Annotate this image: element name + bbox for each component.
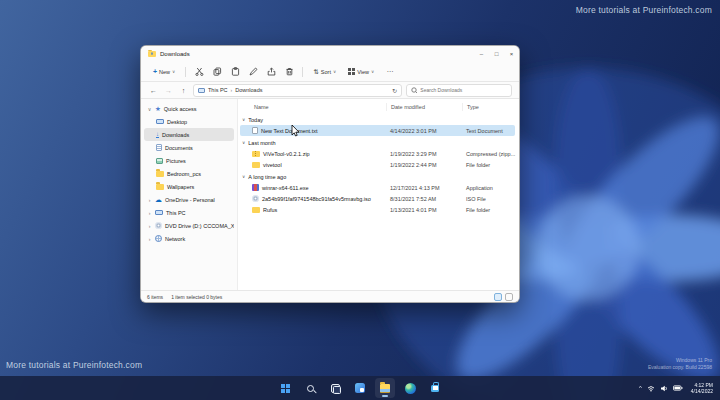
- paste-button[interactable]: [228, 65, 242, 79]
- pictures-icon: [156, 158, 163, 164]
- store-taskbar-button[interactable]: [425, 378, 445, 398]
- toolbar-separator: [302, 67, 303, 77]
- application-file-icon: [252, 184, 259, 191]
- edge-taskbar-button[interactable]: [400, 378, 420, 398]
- chevron-down-icon: ∨: [242, 174, 245, 179]
- sidebar-label: Quick access: [164, 106, 197, 112]
- up-button[interactable]: ↑: [178, 85, 189, 96]
- file-row-new-text-document[interactable]: New Text Document.txt 4/14/2022 3:01 PM …: [240, 125, 515, 136]
- sidebar-label: Downloads: [162, 132, 189, 138]
- column-header-name[interactable]: Name: [240, 103, 386, 111]
- sidebar-label: OneDrive - Personal: [165, 197, 215, 203]
- chevron-right-icon[interactable]: ›: [147, 223, 152, 229]
- search-input[interactable]: [420, 87, 507, 93]
- search-box[interactable]: [406, 84, 512, 97]
- watermark-top: More tutorials at Pureinfotech.com: [576, 5, 712, 15]
- folder-icon: [156, 184, 164, 190]
- downloads-icon: ↓: [156, 131, 159, 138]
- copy-button[interactable]: [210, 65, 224, 79]
- minimize-button[interactable]: –: [474, 46, 489, 62]
- address-box[interactable]: This PC › Downloads ↻: [193, 84, 402, 97]
- chevron-down-icon: ∨: [242, 117, 245, 122]
- battery-icon[interactable]: [673, 385, 683, 391]
- column-header-type[interactable]: Type: [462, 103, 518, 111]
- file-type: Text Document: [462, 128, 518, 134]
- title-bar[interactable]: Downloads – □ ×: [141, 46, 519, 62]
- close-button[interactable]: ×: [504, 46, 519, 62]
- share-button[interactable]: [264, 65, 278, 79]
- maximize-button[interactable]: □: [489, 46, 504, 62]
- this-pc-icon: [155, 210, 163, 216]
- sidebar-item-documents[interactable]: Documents: [144, 141, 234, 154]
- group-header-last-month[interactable]: ∨ Last month: [240, 137, 515, 148]
- back-button[interactable]: ←: [148, 85, 159, 96]
- details-view-toggle[interactable]: [494, 293, 502, 301]
- file-name: 2a54b99f1faf9741548bc91fa54v5rmavbg.iso: [262, 196, 371, 202]
- file-name: New Text Document.txt: [261, 128, 317, 134]
- start-button[interactable]: [275, 378, 295, 398]
- view-toggles: [494, 293, 513, 301]
- rename-button[interactable]: [246, 65, 260, 79]
- volume-icon[interactable]: [660, 385, 668, 392]
- column-header-date[interactable]: Date modified: [386, 103, 462, 111]
- file-row-vivetool-folder[interactable]: vivetool 1/19/2022 2:44 PM File folder: [240, 159, 515, 170]
- sort-button[interactable]: ⇅ Sort ∨: [309, 67, 340, 77]
- file-name: vivetool: [263, 162, 282, 168]
- file-row-iso[interactable]: 2a54b99f1faf9741548bc91fa54v5rmavbg.iso …: [240, 193, 515, 204]
- plus-icon: +: [153, 69, 157, 74]
- rename-icon: [249, 67, 258, 76]
- sidebar-item-downloads[interactable]: ↓ Downloads: [144, 128, 234, 141]
- group-header-long-time-ago[interactable]: ∨ A long time ago: [240, 171, 515, 182]
- zip-file-icon: [252, 151, 260, 157]
- folder-icon: [252, 162, 260, 168]
- chevron-down-icon: ∨: [242, 140, 245, 145]
- file-row-vivetool-zip[interactable]: ViVeTool-v0.2.1.zip 1/19/2022 3:29 PM Co…: [240, 148, 515, 159]
- sidebar-item-pictures[interactable]: Pictures: [144, 154, 234, 167]
- column-headers: Name Date modified Type: [240, 101, 515, 113]
- large-icons-view-toggle[interactable]: [505, 293, 513, 301]
- chevron-right-icon[interactable]: ›: [147, 197, 152, 203]
- cut-button[interactable]: [192, 65, 206, 79]
- downloads-folder-icon: [148, 51, 156, 57]
- clock[interactable]: 4:12 PM 4/14/2022: [688, 382, 716, 394]
- file-date: 4/14/2022 3:01 PM: [386, 128, 462, 134]
- breadcrumb-root[interactable]: This PC: [208, 87, 228, 93]
- sidebar-item-dvd-drive[interactable]: › DVD Drive (D:) CCCOMA_X64F: [144, 219, 234, 232]
- file-explorer-taskbar-button[interactable]: [375, 378, 395, 398]
- breadcrumb-current[interactable]: Downloads: [235, 87, 262, 93]
- command-bar: + New ∨ ⇅: [141, 62, 519, 82]
- chevron-down-icon[interactable]: ∨: [147, 106, 152, 112]
- sidebar-item-onedrive[interactable]: › ☁ OneDrive - Personal: [144, 193, 234, 206]
- sidebar-item-bedroom-pcs[interactable]: Bedroom_pcs: [144, 167, 234, 180]
- sidebar-item-quick-access[interactable]: ∨ ★ Quick access: [144, 102, 234, 115]
- file-row-rufus-folder[interactable]: Rufus 1/13/2021 4:01 PM File folder: [240, 204, 515, 215]
- onedrive-cloud-icon: ☁: [155, 196, 162, 203]
- sidebar-item-network[interactable]: › Network: [144, 232, 234, 245]
- widgets-button[interactable]: [350, 378, 370, 398]
- selection-info: 1 item selected 0 bytes: [171, 294, 222, 300]
- chevron-right-icon[interactable]: ›: [147, 210, 152, 216]
- more-icon: ⋯: [386, 68, 393, 76]
- task-view-button[interactable]: [325, 378, 345, 398]
- wifi-icon[interactable]: [647, 385, 655, 392]
- hidden-icons-chevron[interactable]: ^: [639, 385, 642, 391]
- documents-icon: [156, 144, 162, 151]
- file-row-winrar-exe[interactable]: winrar-x64-611.exe 12/17/2021 4:13 PM Ap…: [240, 182, 515, 193]
- chevron-right-icon[interactable]: ›: [147, 236, 152, 242]
- sidebar-item-desktop[interactable]: Desktop: [144, 115, 234, 128]
- forward-button[interactable]: →: [163, 85, 174, 96]
- sidebar-item-wallpapers[interactable]: Wallpapers: [144, 180, 234, 193]
- sidebar-item-this-pc[interactable]: › This PC: [144, 206, 234, 219]
- more-options-button[interactable]: ⋯: [382, 66, 397, 78]
- sidebar-label: Documents: [165, 145, 193, 151]
- taskbar-search-button[interactable]: [300, 378, 320, 398]
- file-date: 12/17/2021 4:13 PM: [386, 185, 462, 191]
- file-type: ISO File: [462, 196, 518, 202]
- file-name: winrar-x64-611.exe: [262, 185, 309, 191]
- view-button[interactable]: View ∨: [344, 66, 378, 77]
- delete-button[interactable]: [282, 65, 296, 79]
- group-header-today[interactable]: ∨ Today: [240, 114, 515, 125]
- refresh-icon[interactable]: ↻: [392, 87, 397, 94]
- new-button[interactable]: + New ∨: [149, 67, 179, 77]
- desktop: More tutorials at Pureinfotech.com Downl…: [0, 0, 720, 400]
